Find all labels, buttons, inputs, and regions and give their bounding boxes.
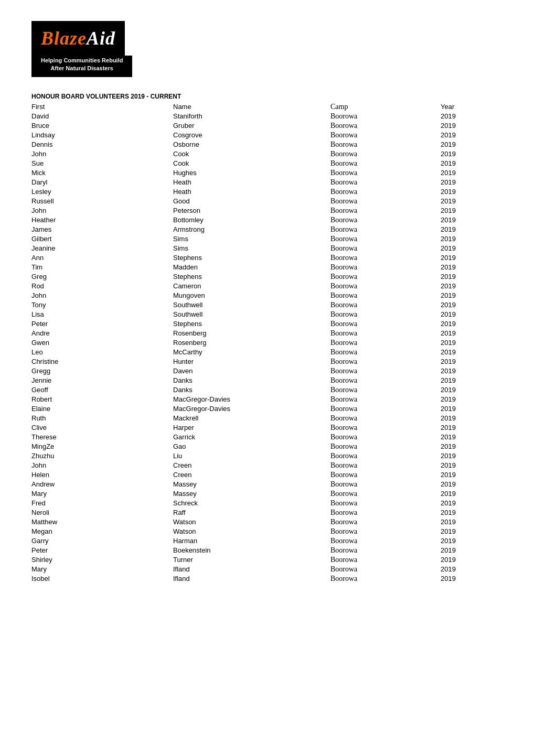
cell-year: 2019 (441, 187, 504, 197)
cell-year: 2019 (441, 555, 504, 565)
cell-camp: Boorowa (330, 546, 441, 555)
cell-camp: Boorowa (330, 300, 441, 310)
table-row: JohnCookBoorowa2019 (31, 149, 504, 159)
cell-first: Mick (31, 168, 173, 178)
cell-camp: Boorowa (330, 131, 441, 140)
cell-camp: Boorowa (330, 272, 441, 282)
cell-name: Danks (173, 376, 330, 385)
table-row: TimMaddenBoorowa2019 (31, 263, 504, 272)
cell-first: Neroli (31, 508, 173, 517)
table-row: DarylHeathBoorowa2019 (31, 178, 504, 187)
logo-text: BlazeAid (41, 27, 115, 49)
cell-camp: Boorowa (330, 517, 441, 527)
cell-name: Harman (173, 536, 330, 546)
cell-first: Gregg (31, 366, 173, 376)
cell-first: Gwen (31, 338, 173, 348)
col-header-name: Name (173, 102, 330, 112)
cell-first: Bruce (31, 121, 173, 131)
cell-name: Southwell (173, 300, 330, 310)
table-row: MaryMasseyBoorowa2019 (31, 489, 504, 499)
cell-year: 2019 (441, 546, 504, 555)
cell-name: MacGregor-Davies (173, 404, 330, 414)
cell-name: Cosgrove (173, 131, 330, 140)
cell-first: Megan (31, 527, 173, 536)
cell-first: Shirley (31, 555, 173, 565)
cell-name: Sims (173, 234, 330, 244)
cell-name: Cook (173, 149, 330, 159)
cell-first: Matthew (31, 517, 173, 527)
cell-camp: Boorowa (330, 404, 441, 414)
cell-camp: Boorowa (330, 357, 441, 366)
cell-first: Leo (31, 348, 173, 357)
cell-year: 2019 (441, 404, 504, 414)
cell-year: 2019 (441, 282, 504, 291)
cell-name: Southwell (173, 310, 330, 319)
cell-name: Heath (173, 178, 330, 187)
cell-name: Ifland (173, 565, 330, 574)
cell-year: 2019 (441, 357, 504, 366)
cell-year: 2019 (441, 508, 504, 517)
table-row: RuthMackrellBoorowa2019 (31, 414, 504, 423)
cell-camp: Boorowa (330, 338, 441, 348)
cell-camp: Boorowa (330, 499, 441, 508)
logo-line2: After Natural Disasters (51, 65, 113, 71)
cell-camp: Boorowa (330, 197, 441, 206)
table-row: JohnPetersonBoorowa2019 (31, 206, 504, 215)
cell-name: Mungoven (173, 291, 330, 300)
cell-camp: Boorowa (330, 470, 441, 480)
cell-year: 2019 (441, 319, 504, 329)
cell-camp: Boorowa (330, 178, 441, 187)
cell-first: MingZe (31, 442, 173, 451)
logo-subtitle: Helping Communities Rebuild After Natura… (31, 56, 132, 77)
cell-camp: Boorowa (330, 536, 441, 546)
cell-camp: Boorowa (330, 291, 441, 300)
cell-first: John (31, 291, 173, 300)
cell-name: MacGregor-Davies (173, 395, 330, 404)
table-row: PeterBoekensteinBoorowa2019 (31, 546, 504, 555)
cell-year: 2019 (441, 112, 504, 121)
table-header-row: First Name Camp Year (31, 102, 504, 112)
table-row: AnnStephensBoorowa2019 (31, 253, 504, 263)
cell-camp: Boorowa (330, 574, 441, 584)
table-row: AndreRosenbergBoorowa2019 (31, 329, 504, 338)
cell-year: 2019 (441, 366, 504, 376)
cell-name: Creen (173, 461, 330, 470)
cell-first: Ruth (31, 414, 173, 423)
cell-name: Peterson (173, 206, 330, 215)
table-row: LesleyHeathBoorowa2019 (31, 187, 504, 197)
cell-name: Liu (173, 451, 330, 461)
cell-name: Armstrong (173, 225, 330, 234)
table-row: CliveHarperBoorowa2019 (31, 423, 504, 433)
cell-year: 2019 (441, 574, 504, 584)
cell-name: Gruber (173, 121, 330, 131)
cell-camp: Boorowa (330, 149, 441, 159)
cell-first: John (31, 461, 173, 470)
cell-year: 2019 (441, 131, 504, 140)
cell-name: Schreck (173, 499, 330, 508)
cell-year: 2019 (441, 159, 504, 168)
table-row: HelenCreenBoorowa2019 (31, 470, 504, 480)
cell-name: McCarthy (173, 348, 330, 357)
table-row: LindsayCosgroveBoorowa2019 (31, 131, 504, 140)
cell-first: David (31, 112, 173, 121)
cell-name: Hughes (173, 168, 330, 178)
section-title: HONOUR BOARD VOLUNTEERS 2019 - CURRENT (31, 93, 504, 100)
cell-first: Robert (31, 395, 173, 404)
col-header-year: Year (441, 102, 504, 112)
cell-camp: Boorowa (330, 282, 441, 291)
cell-camp: Boorowa (330, 480, 441, 489)
cell-camp: Boorowa (330, 263, 441, 272)
cell-first: James (31, 225, 173, 234)
cell-camp: Boorowa (330, 319, 441, 329)
cell-year: 2019 (441, 451, 504, 461)
table-row: ChristineHunterBoorowa2019 (31, 357, 504, 366)
cell-camp: Boorowa (330, 376, 441, 385)
cell-year: 2019 (441, 206, 504, 215)
cell-camp: Boorowa (330, 253, 441, 263)
cell-camp: Boorowa (330, 433, 441, 442)
cell-camp: Boorowa (330, 395, 441, 404)
cell-name: Staniforth (173, 112, 330, 121)
cell-year: 2019 (441, 168, 504, 178)
cell-name: Watson (173, 527, 330, 536)
cell-first: John (31, 149, 173, 159)
